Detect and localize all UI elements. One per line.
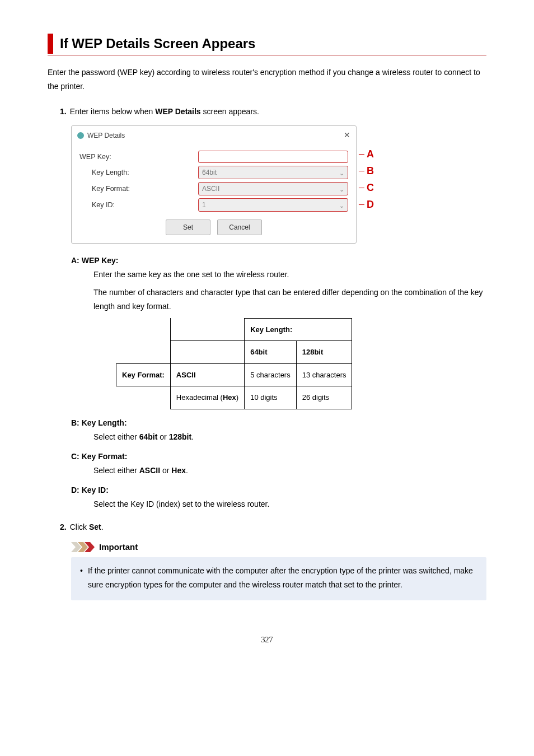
key-table: Key Length: 64bit 128bit Key Format: ASC… <box>116 318 352 409</box>
callout-column: ─A ─B ─C ─D <box>357 125 374 213</box>
key-format-select[interactable]: ASCII ⌄ <box>198 182 348 195</box>
page-title: If WEP Details Screen Appears <box>60 34 486 54</box>
def-d-term: D: Key ID: <box>71 484 486 496</box>
step-2: 2. Click Set. <box>60 521 486 533</box>
page-number: 327 <box>48 634 486 646</box>
def-a-term: A: WEP Key: <box>71 255 486 267</box>
close-icon[interactable]: ✕ <box>344 129 350 141</box>
wep-details-dialog: WEP Details ✕ WEP Key: Key Length: 64bit… <box>71 125 357 244</box>
def-d: D: Key ID: Select the Key ID (index) set… <box>71 484 486 511</box>
table-head-keylength: Key Length: <box>245 318 352 340</box>
table-cell-10: 10 digits <box>245 386 297 409</box>
step-1-text-before: Enter items below when <box>70 107 156 116</box>
page-heading-wrap: If WEP Details Screen Appears <box>48 34 486 55</box>
key-length-label: Key Length: <box>92 167 198 178</box>
key-id-select[interactable]: 1 ⌄ <box>198 198 348 212</box>
def-b-body: Select either 64bit or 128bit. <box>93 430 486 444</box>
chevron-down-icon: ⌄ <box>339 201 344 211</box>
table-cell-13: 13 characters <box>296 363 352 386</box>
cancel-button[interactable]: Cancel <box>217 220 262 235</box>
intro-paragraph: Enter the password (WEP key) according t… <box>48 66 486 94</box>
step-2-number: 2. <box>60 521 67 533</box>
callout-c: C <box>367 183 374 193</box>
dialog-title: WEP Details <box>87 130 125 141</box>
chevron-down-icon: ⌄ <box>339 185 344 194</box>
app-icon <box>77 132 84 139</box>
step-1-number: 1. <box>60 106 67 118</box>
def-b-term: B: Key Length: <box>71 417 486 429</box>
callout-a: A <box>367 149 374 159</box>
important-heading: Important <box>71 541 486 554</box>
table-col-64: 64bit <box>245 341 297 363</box>
table-cell-5: 5 characters <box>245 363 297 386</box>
wep-details-figure: WEP Details ✕ WEP Key: Key Length: 64bit… <box>71 125 390 244</box>
wep-key-input[interactable] <box>198 151 348 163</box>
key-length-select[interactable]: 64bit ⌄ <box>198 166 348 179</box>
step-1-text: Enter items below when WEP Details scree… <box>70 106 259 118</box>
key-id-value: 1 <box>202 201 206 209</box>
key-format-value: ASCII <box>202 185 219 193</box>
callout-d: D <box>367 199 374 209</box>
important-label: Important <box>99 541 138 554</box>
set-button[interactable]: Set <box>166 220 210 235</box>
step-1: 1. Enter items below when WEP Details sc… <box>60 106 486 118</box>
dialog-titlebar: WEP Details ✕ <box>72 126 356 144</box>
step-1-bold: WEP Details <box>155 107 200 116</box>
table-cell-26: 26 digits <box>296 386 352 409</box>
wep-key-label: WEP Key: <box>79 152 198 162</box>
step-1-text-after: screen appears. <box>201 107 259 116</box>
key-id-label: Key ID: <box>92 200 198 211</box>
def-d-body: Select the Key ID (index) set to the wir… <box>93 497 486 511</box>
step-2-text: Click Set. <box>70 521 104 533</box>
def-a: A: WEP Key: Enter the same key as the on… <box>71 255 486 409</box>
page-heading-accent: If WEP Details Screen Appears <box>48 34 486 54</box>
def-c: C: Key Format: Select either ASCII or He… <box>71 451 486 478</box>
table-col-128: 128bit <box>296 341 352 363</box>
def-a-body-1: Enter the same key as the one set to the… <box>93 268 486 282</box>
important-box: If the printer cannot communicate with t… <box>71 557 486 601</box>
def-c-body: Select either ASCII or Hex. <box>93 464 486 478</box>
def-c-term: C: Key Format: <box>71 451 486 463</box>
callout-b: B <box>367 166 374 176</box>
table-row-hex: Hexadecimal (Hex) <box>170 386 244 409</box>
chevron-down-icon: ⌄ <box>339 169 344 178</box>
table-row-ascii: ASCII <box>170 363 244 386</box>
def-a-body-2: The number of characters and character t… <box>93 286 486 314</box>
table-row-keyformat: Key Format: <box>116 363 171 386</box>
key-format-label: Key Format: <box>92 184 198 194</box>
important-item: If the printer cannot communicate with t… <box>80 564 477 593</box>
important-icon <box>71 542 96 552</box>
key-length-value: 64bit <box>202 169 217 176</box>
def-b: B: Key Length: Select either 64bit or 12… <box>71 417 486 444</box>
